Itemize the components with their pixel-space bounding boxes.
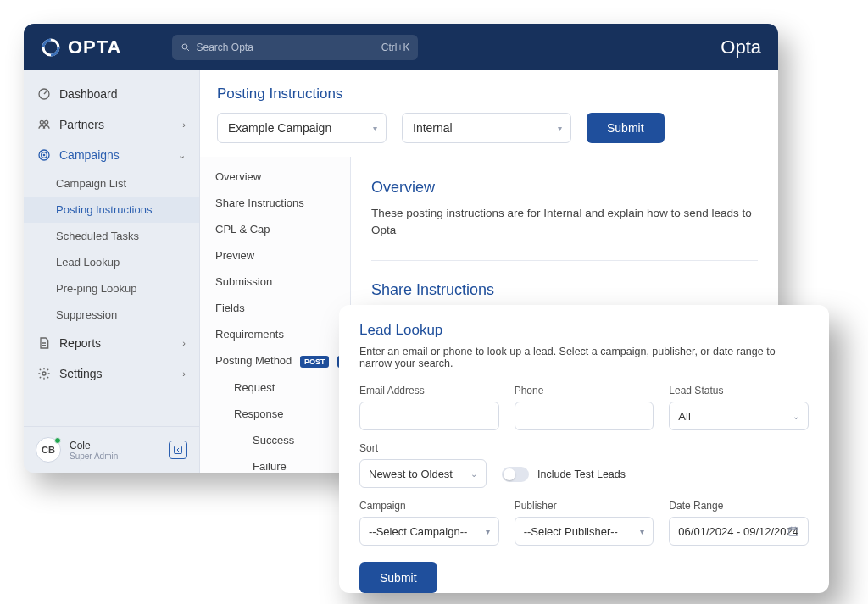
sidebar-item-campaigns[interactable]: Campaigns ⌄ [24, 140, 199, 170]
toc-item-submission[interactable]: Submission [200, 269, 350, 295]
select-value: All [678, 410, 690, 423]
page-title: Posting Instructions [217, 86, 761, 103]
svg-point-2 [182, 44, 187, 49]
chevron-down-icon: ▾ [486, 527, 490, 536]
modal-description: Enter an email or phone to look up a lea… [359, 346, 809, 369]
label-publisher: Publisher [515, 500, 654, 512]
chevron-right-icon: › [182, 368, 186, 379]
doc-heading-overview: Overview [371, 179, 758, 197]
sidebar-item-label: Reports [59, 336, 101, 350]
modal-campaign-select[interactable]: --Select Campaign-- ▾ [359, 517, 499, 546]
user-meta: Cole Super Admin [70, 440, 118, 461]
toggle-knob [504, 468, 515, 480]
sidebar-footer: CB Cole Super Admin [24, 426, 199, 473]
select-value: --Select Campaign-- [369, 525, 467, 538]
search-input[interactable]: Search Opta Ctrl+K [172, 35, 418, 60]
email-input[interactable] [369, 402, 490, 429]
toc-item-success[interactable]: Success [200, 427, 350, 453]
user-role: Super Admin [70, 452, 118, 461]
email-field-wrap [359, 402, 499, 430]
avatar[interactable]: CB [36, 437, 61, 463]
toc-item-cpl[interactable]: CPL & Cap [200, 216, 350, 242]
calendar-icon [787, 525, 799, 537]
svg-point-9 [43, 154, 44, 155]
publisher-select[interactable]: Internal ▾ [402, 113, 571, 143]
sidebar-sub-lead-lookup[interactable]: Lead Lookup [24, 249, 199, 275]
page-header: Posting Instructions [200, 70, 778, 113]
label-campaign: Campaign [359, 500, 499, 512]
label-include-test: Include Test Leads [537, 468, 626, 480]
sidebar-item-label: Dashboard [59, 87, 118, 101]
sidebar-sub-scheduled-tasks[interactable]: Scheduled Tasks [24, 223, 199, 249]
chevron-down-icon: ⌄ [793, 412, 799, 421]
sidebar-item-reports[interactable]: Reports › [24, 328, 199, 358]
label-date-range: Date Range [669, 500, 809, 512]
chevron-down-icon: ⌄ [470, 469, 477, 479]
target-icon [37, 148, 51, 162]
toc-item-share[interactable]: Share Instructions [200, 190, 350, 216]
toc-item-response[interactable]: Response [200, 401, 350, 427]
sidebar-item-partners[interactable]: Partners › [24, 109, 199, 140]
sort-select[interactable]: Newest to Oldest ⌄ [359, 459, 487, 488]
phone-field-wrap [515, 402, 654, 430]
divider [371, 260, 758, 261]
campaign-select[interactable]: Example Campaign ▾ [217, 113, 387, 143]
collapse-sidebar-button[interactable] [169, 441, 187, 459]
sidebar-sub-campaign-list[interactable]: Campaign List [24, 170, 199, 197]
search-icon [181, 42, 191, 53]
toc-item-label: Posting Method [215, 354, 292, 367]
collapse-icon [173, 445, 183, 455]
chevron-down-icon: ⌄ [178, 150, 186, 161]
sidebar: Dashboard Partners › Campaigns ⌄ Campaig… [24, 70, 200, 473]
include-test-toggle[interactable] [502, 467, 529, 482]
gauge-icon [37, 87, 51, 101]
sidebar-item-settings[interactable]: Settings › [24, 358, 199, 389]
toc-item-preview[interactable]: Preview [200, 242, 350, 269]
toc-item-failure[interactable]: Failure [200, 453, 350, 473]
users-icon [37, 118, 51, 131]
toc-item-requirements[interactable]: Requirements [200, 321, 350, 347]
svg-point-5 [40, 120, 43, 124]
svg-rect-12 [789, 528, 798, 535]
topbar: OPTA Search Opta Ctrl+K Opta [24, 24, 778, 70]
select-value: Example Campaign [228, 121, 331, 135]
status-dot [54, 437, 61, 444]
submit-button[interactable]: Submit [587, 113, 665, 143]
sidebar-sub-suppression[interactable]: Suppression [24, 302, 199, 328]
select-value: Internal [413, 121, 453, 135]
modal-submit-button[interactable]: Submit [359, 562, 437, 593]
search-shortcut: Ctrl+K [381, 42, 410, 53]
svg-rect-11 [175, 446, 182, 454]
logo: OPTA [41, 36, 121, 58]
sidebar-sub-preping-lookup[interactable]: Pre-ping Lookup [24, 275, 199, 302]
lead-lookup-card: Lead Lookup Enter an email or phone to l… [339, 305, 829, 593]
chevron-right-icon: › [182, 119, 186, 130]
sidebar-item-label: Campaigns [59, 148, 120, 162]
gear-icon [37, 367, 51, 380]
phone-input[interactable] [524, 402, 645, 429]
toc-item-posting-method[interactable]: Posting Method POST JSON [200, 347, 350, 374]
label-phone: Phone [515, 385, 654, 396]
brand-name: OPTA [68, 36, 121, 58]
brand-label-right: Opta [721, 36, 761, 58]
sidebar-item-label: Settings [59, 367, 103, 380]
date-range-input[interactable]: 06/01/2024 - 09/12/2024 [669, 517, 809, 546]
sidebar-sub-posting-instructions[interactable]: Posting Instructions [24, 197, 199, 223]
status-select[interactable]: All ⌄ [669, 402, 809, 430]
select-value: Newest to Oldest [369, 468, 453, 480]
chevron-right-icon: › [182, 338, 186, 348]
sidebar-item-dashboard[interactable]: Dashboard [24, 79, 199, 109]
selects-row: Example Campaign ▾ Internal ▾ Submit [200, 113, 778, 157]
toc-item-overview[interactable]: Overview [200, 163, 350, 190]
toc-item-request[interactable]: Request [200, 374, 350, 401]
toc-item-fields[interactable]: Fields [200, 295, 350, 321]
svg-point-10 [42, 372, 46, 375]
doc-heading-share: Share Instructions [371, 281, 758, 299]
modal-publisher-select[interactable]: --Select Publisher-- ▾ [515, 517, 654, 546]
label-email: Email Address [359, 385, 499, 396]
label-status: Lead Status [669, 385, 809, 396]
chevron-down-icon: ▾ [558, 124, 562, 133]
svg-line-3 [187, 48, 190, 51]
badge-post: POST [300, 356, 330, 368]
date-range-value: 06/01/2024 - 09/12/2024 [678, 525, 798, 538]
